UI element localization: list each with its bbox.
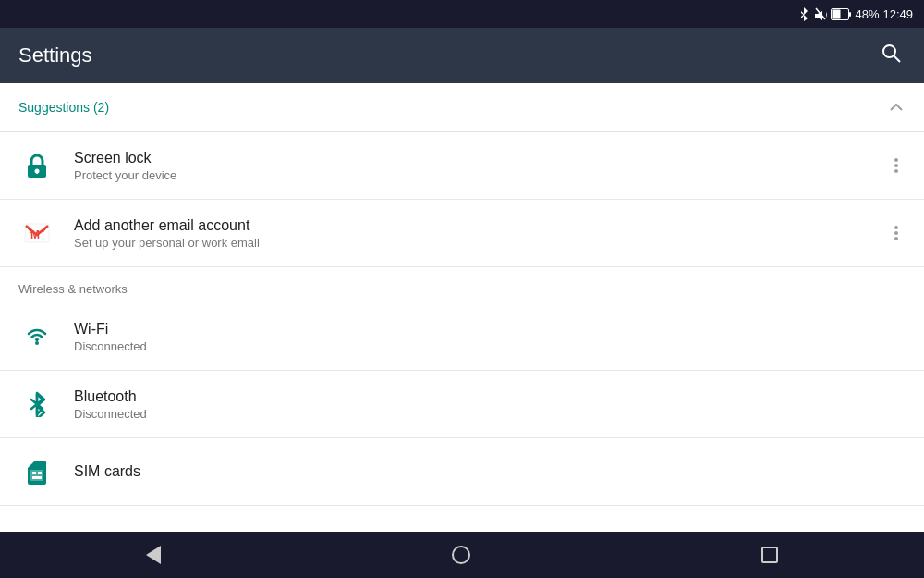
recents-icon <box>761 547 778 563</box>
wifi-text: Wi-Fi Disconnected <box>74 321 906 353</box>
back-icon <box>146 546 161 564</box>
nav-bar <box>0 532 924 578</box>
svg-rect-8 <box>36 171 38 174</box>
bluetooth-status-icon <box>797 6 810 21</box>
svg-rect-13 <box>32 472 36 474</box>
bluetooth-icon <box>18 386 55 423</box>
screen-lock-title: Screen lock <box>74 150 887 166</box>
screen-lock-more-button[interactable] <box>887 154 906 177</box>
home-button[interactable] <box>415 538 507 572</box>
wireless-section-header: Wireless & networks <box>0 267 924 303</box>
email-account-text: Add another email account Set up your pe… <box>74 217 887 250</box>
gmail-icon: M <box>18 215 55 252</box>
email-account-item[interactable]: M Add another email account Set up your … <box>0 200 924 267</box>
sim-icon <box>18 453 55 490</box>
svg-rect-14 <box>38 472 42 474</box>
status-bar: 48% 12:49 <box>0 0 924 28</box>
suggestions-label: Suggestions (2) <box>18 100 109 115</box>
wifi-icon <box>18 318 55 355</box>
svg-rect-12 <box>30 470 43 481</box>
app-bar: Settings <box>0 28 924 83</box>
svg-point-11 <box>35 341 39 345</box>
bluetooth-subtitle: Disconnected <box>74 407 906 421</box>
screen-lock-text: Screen lock Protect your device <box>74 150 887 182</box>
mute-status-icon <box>814 6 827 21</box>
clock: 12:49 <box>882 7 913 21</box>
home-icon <box>452 546 470 564</box>
bluetooth-title: Bluetooth <box>74 388 906 405</box>
email-account-title: Add another email account <box>74 217 887 234</box>
wifi-subtitle: Disconnected <box>74 339 906 353</box>
svg-point-4 <box>883 45 895 57</box>
status-icons: 48% 12:49 <box>797 6 913 21</box>
search-icon <box>880 42 902 64</box>
screen-lock-subtitle: Protect your device <box>74 168 887 182</box>
svg-rect-15 <box>32 476 42 479</box>
screen-lock-item[interactable]: Screen lock Protect your device <box>0 132 924 200</box>
suggestions-header[interactable]: Suggestions (2) <box>0 83 924 132</box>
battery-percentage: 48% <box>855 7 879 21</box>
svg-text:M: M <box>30 228 40 241</box>
wifi-title: Wi-Fi <box>74 321 906 338</box>
email-account-subtitle: Set up your personal or work email <box>74 236 887 250</box>
svg-rect-2 <box>849 12 851 17</box>
search-button[interactable] <box>876 38 906 73</box>
chevron-up-icon <box>887 98 906 117</box>
back-button[interactable] <box>109 538 198 572</box>
wifi-item[interactable]: Wi-Fi Disconnected <box>0 303 924 371</box>
lock-icon <box>18 147 55 184</box>
bluetooth-item[interactable]: Bluetooth Disconnected <box>0 371 924 438</box>
bluetooth-text: Bluetooth Disconnected <box>74 388 906 421</box>
recents-button[interactable] <box>724 539 815 571</box>
svg-line-5 <box>894 56 901 63</box>
email-account-more-button[interactable] <box>887 222 906 244</box>
sim-cards-text: SIM cards <box>74 463 906 480</box>
page-title: Settings <box>18 43 92 68</box>
settings-content: Suggestions (2) Screen lock Protect your… <box>0 83 924 532</box>
sim-cards-title: SIM cards <box>74 463 906 480</box>
svg-rect-3 <box>833 9 841 18</box>
sim-cards-item[interactable]: SIM cards <box>0 438 924 506</box>
battery-status-icon <box>831 8 851 20</box>
